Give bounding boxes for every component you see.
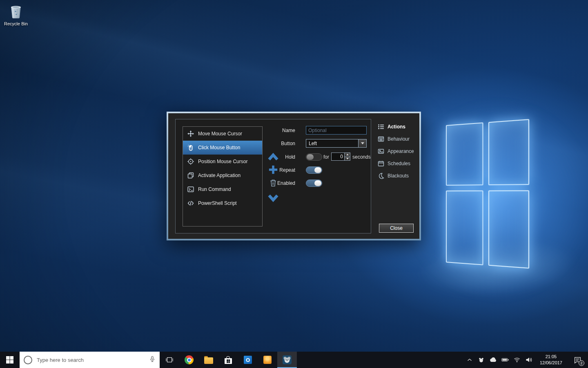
windows-stack-icon <box>187 172 194 179</box>
close-button[interactable]: Close <box>379 224 414 233</box>
nav-item-actions[interactable]: Actions <box>378 121 420 133</box>
button-select[interactable]: Left <box>306 139 367 148</box>
action-item-label: Move Mouse Cursor <box>198 131 242 137</box>
triangle-down-icon <box>346 158 349 159</box>
toggle-knob <box>314 167 321 173</box>
hold-label: Hold <box>254 153 295 162</box>
recycle-bin-icon <box>9 13 23 20</box>
console-icon <box>187 186 194 193</box>
chevron-down-icon <box>361 142 364 144</box>
repeat-toggle[interactable] <box>306 166 322 174</box>
hold-seconds-spinner[interactable] <box>331 153 350 161</box>
nav-item-behaviour[interactable]: Behaviour <box>378 133 420 145</box>
dropdown-button[interactable] <box>358 139 366 147</box>
mouse-click-icon <box>187 144 194 151</box>
actions-list-icon <box>378 123 384 130</box>
name-input[interactable] <box>306 126 367 135</box>
appearance-icon <box>378 148 384 155</box>
moon-icon <box>378 173 384 179</box>
task-view-button[interactable] <box>160 352 179 368</box>
action-item-click-mouse-button[interactable]: Click Mouse Button <box>183 141 262 155</box>
seconds-suffix: seconds <box>352 153 371 161</box>
taskbar-app-outlook[interactable]: O <box>238 352 258 368</box>
action-item-label: Run Command <box>198 186 231 192</box>
taskbar: O <box>0 352 588 368</box>
wifi-icon[interactable] <box>513 356 521 364</box>
tray-move-mouse-icon[interactable] <box>477 356 486 364</box>
for-label: for <box>323 153 329 161</box>
button-label: Button <box>254 139 295 148</box>
volume-icon[interactable] <box>525 356 533 364</box>
enabled-toggle[interactable] <box>306 180 322 187</box>
windows-start-icon <box>6 356 13 364</box>
crosshair-icon <box>187 158 194 165</box>
microsoft-store-icon <box>225 358 232 364</box>
toggle-knob <box>307 154 314 160</box>
spin-down-button[interactable] <box>345 157 350 161</box>
clock-date: 12/06/2017 <box>540 360 562 366</box>
taskbar-app-file-explorer[interactable] <box>199 352 218 368</box>
nav-item-appearance[interactable]: Appearance <box>378 145 420 157</box>
window-content: Move Mouse Cursor Click Mouse Button <box>168 113 419 239</box>
action-item-position-mouse-cursor[interactable]: Position Mouse Cursor <box>183 155 262 168</box>
nav-item-blackouts[interactable]: Blackouts <box>378 170 420 182</box>
settings-nav: Actions Behaviour <box>378 121 420 182</box>
action-item-activate-application[interactable]: Activate Application <box>183 168 262 182</box>
chevron-up-icon <box>467 358 472 361</box>
spinner-buttons <box>344 153 350 160</box>
microphone-icon[interactable] <box>149 356 156 364</box>
nav-item-label: Appearance <box>388 148 414 154</box>
recycle-bin[interactable]: Recycle Bin <box>3 3 29 26</box>
search-input[interactable] <box>36 357 145 364</box>
triangle-up-icon <box>346 154 349 155</box>
action-item-label: Activate Application <box>198 173 241 178</box>
nav-item-label: Blackouts <box>388 173 409 179</box>
recycle-bin-label: Recycle Bin <box>3 21 29 26</box>
taskbar-spacer <box>297 352 463 368</box>
taskbar-search[interactable] <box>20 352 160 368</box>
task-view-icon <box>165 357 174 363</box>
chrome-icon <box>185 355 194 364</box>
start-button[interactable] <box>0 352 20 368</box>
nav-item-label: Actions <box>388 124 405 130</box>
action-item-label: PowerShell Script <box>198 200 237 206</box>
action-type-list: Move Mouse Cursor Click Mouse Button <box>183 126 263 227</box>
nav-item-schedules[interactable]: Schedules <box>378 157 420 170</box>
button-select-value: Left <box>306 139 358 147</box>
action-item-run-command[interactable]: Run Command <box>183 182 262 196</box>
taskbar-app-move-mouse[interactable] <box>277 352 297 368</box>
taskbar-clock[interactable]: 21:05 12/06/2017 <box>537 354 566 366</box>
action-item-label: Position Mouse Cursor <box>198 159 247 164</box>
action-center-button[interactable]: 2 <box>569 352 586 368</box>
action-item-label: Click Mouse Button <box>198 145 240 150</box>
move-mouse-window: Move Mouse Cursor Click Mouse Button <box>167 112 421 240</box>
system-tray: 21:05 12/06/2017 2 <box>463 352 588 368</box>
calendar-icon <box>378 160 384 167</box>
nav-item-label: Behaviour <box>388 136 410 142</box>
desktop-screen: Recycle Bin <box>0 0 588 368</box>
notification-badge: 2 <box>579 360 584 366</box>
hold-seconds-input[interactable] <box>332 153 344 160</box>
hold-toggle[interactable] <box>306 153 322 161</box>
battery-icon[interactable] <box>501 356 509 364</box>
clock-time: 21:05 <box>540 354 562 360</box>
taskbar-app-orange[interactable] <box>258 352 277 368</box>
behaviour-icon <box>378 136 384 142</box>
nav-item-label: Schedules <box>388 161 410 166</box>
name-label: Name <box>254 126 295 135</box>
spin-up-button[interactable] <box>345 153 350 157</box>
outlook-icon: O <box>244 356 252 364</box>
action-editor-panel: Move Mouse Cursor Click Mouse Button <box>175 119 371 233</box>
action-item-powershell-script[interactable]: PowerShell Script <box>183 196 262 210</box>
move-down-button[interactable] <box>267 193 279 204</box>
repeat-label: Repeat <box>254 166 295 175</box>
taskbar-app-store[interactable] <box>218 352 238 368</box>
show-hidden-icons-button[interactable] <box>466 356 474 364</box>
onedrive-cloud-icon[interactable] <box>489 356 497 364</box>
orange-app-icon <box>263 356 272 364</box>
move-cursor-icon <box>187 130 194 137</box>
search-icon <box>24 356 32 364</box>
enabled-label: Enabled <box>254 179 295 188</box>
action-item-move-mouse-cursor[interactable]: Move Mouse Cursor <box>183 127 262 141</box>
taskbar-app-chrome[interactable] <box>179 352 199 368</box>
